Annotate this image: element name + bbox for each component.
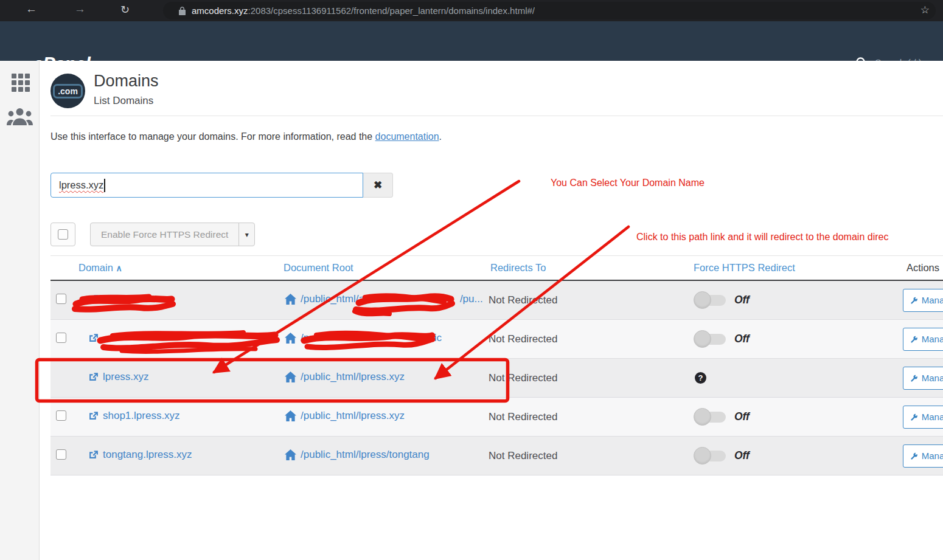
- docroot-path: /public_html/lpress.xyz: [301, 410, 405, 422]
- manage-label: Manage: [922, 334, 943, 344]
- redirects-value: Not Redirected: [489, 411, 557, 423]
- browser-toolbar: ← → ↻ amcoders.xyz:2083/cpsess1136911562…: [0, 0, 943, 21]
- domain-name: shop1.lpress.xyz: [103, 410, 180, 422]
- redirects-value: Not Redirected: [489, 333, 557, 345]
- docroot-link[interactable]: /public_html/lpress.xyz: [285, 410, 405, 422]
- redirects-value: Not Redirected: [489, 294, 557, 306]
- docroot-link[interactable]: /publlic: [285, 332, 442, 344]
- wrench-icon: [911, 451, 917, 461]
- https-dropdown-caret[interactable]: ▾: [238, 223, 255, 246]
- dotcom-badge: .com: [53, 84, 83, 99]
- manage-label: Manage: [922, 451, 943, 461]
- toggle-off-label: Off: [734, 333, 750, 345]
- lock-icon: [179, 7, 186, 15]
- sort-domain-header[interactable]: Domain ∧: [78, 262, 122, 273]
- domains-table: Domain ∧ Document Root Redirects To Forc…: [50, 255, 943, 475]
- sidebar: [0, 61, 40, 560]
- manage-label: Manage: [922, 412, 943, 422]
- manage-button[interactable]: Manage: [903, 406, 943, 429]
- manage-button[interactable]: Manage: [903, 328, 943, 351]
- text-cursor: [104, 179, 105, 192]
- browser-forward-icon[interactable]: →: [74, 2, 86, 16]
- domain-link[interactable]: [88, 294, 99, 304]
- sort-docroot-header[interactable]: Document Root: [284, 262, 353, 273]
- actions-header: Actions: [898, 262, 943, 274]
- sort-up-icon: ∧: [116, 263, 122, 273]
- home-icon: [285, 294, 296, 305]
- docroot-prefix: /public_html/a: [301, 293, 364, 305]
- address-bar[interactable]: amcoders.xyz:2083/cpsess1136911562/front…: [163, 2, 936, 19]
- domain-link[interactable]: [88, 333, 99, 343]
- clear-search-button[interactable]: ✖: [363, 173, 393, 198]
- wrench-icon: [911, 334, 917, 344]
- toggle-off-label: Off: [734, 449, 750, 462]
- url-path: :2083/cpsess1136911562/frontend/paper_la…: [248, 5, 535, 16]
- external-link-icon: [88, 294, 99, 304]
- browser-back-icon[interactable]: ←: [26, 2, 37, 16]
- wrench-icon: [911, 373, 917, 383]
- https-toggle[interactable]: [695, 295, 726, 306]
- table-row: /publlic Not Redirected Off Manage: [50, 320, 943, 359]
- page-title: Domains: [94, 72, 159, 91]
- users-icon[interactable]: [7, 107, 33, 125]
- domains-feature-icon: .com: [50, 74, 85, 108]
- sort-redirects-header[interactable]: Redirects To: [490, 262, 546, 273]
- home-icon: [285, 372, 296, 382]
- table-row: lpress.xyz /public_html/lpress.xyz Not R…: [50, 359, 943, 398]
- manage-button[interactable]: Manage: [903, 289, 943, 312]
- cpanel-header: cPanel Search ( / ): [0, 21, 943, 61]
- browser-reload-icon[interactable]: ↻: [120, 3, 130, 16]
- table-row: tongtang.lpress.xyz /public_html/lpress/…: [50, 437, 943, 475]
- docroot-link[interactable]: /public_html/lpress.xyz: [285, 371, 405, 383]
- row-checkbox[interactable]: [56, 294, 66, 304]
- manage-button[interactable]: Manage: [903, 444, 943, 468]
- https-toggle[interactable]: [695, 451, 726, 461]
- help-icon[interactable]: ?: [695, 372, 706, 384]
- manage-label: Manage: [922, 295, 943, 305]
- external-link-icon: [88, 372, 99, 382]
- domain-link[interactable]: shop1.lpress.xyz: [88, 410, 180, 422]
- search-input-value: lpress.xyz: [59, 179, 103, 191]
- https-toggle[interactable]: [695, 412, 726, 423]
- bookmark-star-icon[interactable]: ☆: [920, 4, 930, 16]
- row-checkbox[interactable]: [56, 333, 66, 343]
- row-checkbox[interactable]: [56, 449, 66, 460]
- intro-suffix: .: [439, 131, 442, 142]
- home-icon: [285, 333, 296, 344]
- row-checkbox[interactable]: [56, 410, 66, 421]
- manage-button[interactable]: Manage: [903, 367, 943, 390]
- docroot-suffix: lic: [432, 332, 442, 344]
- domain-search-input[interactable]: lpress.xyz: [50, 173, 363, 198]
- domain-link[interactable]: tongtang.lpress.xyz: [88, 449, 192, 461]
- apps-grid-icon[interactable]: [12, 74, 30, 92]
- documentation-link[interactable]: documentation: [375, 131, 439, 142]
- intro-prefix: Use this interface to manage your domain…: [50, 131, 375, 142]
- url-text: amcoders.xyz:2083/cpsess1136911562/front…: [192, 5, 535, 16]
- external-link-icon: [88, 449, 99, 460]
- toggle-off-label: Off: [734, 294, 750, 306]
- enable-force-https-button[interactable]: Enable Force HTTPS Redirect: [90, 223, 239, 246]
- wrench-icon: [911, 412, 917, 422]
- redirects-value: Not Redirected: [489, 450, 557, 461]
- docroot-suffix: /pu...: [460, 293, 483, 305]
- select-all-box: [50, 223, 75, 246]
- home-icon: [285, 449, 296, 460]
- header-divider: [50, 116, 943, 116]
- sort-https-header[interactable]: Force HTTPS Redirect: [694, 262, 795, 273]
- docroot-link[interactable]: /public_html/lpress/tongtang: [285, 449, 430, 461]
- chevron-down-icon: ▾: [245, 230, 249, 239]
- redirects-value: Not Redirected: [489, 372, 557, 384]
- toggle-off-label: Off: [734, 410, 750, 423]
- docroot-path: /public_html/lpress.xyz: [301, 371, 405, 383]
- table-row: /public_html/a/pu... Not Redirected Off …: [50, 281, 943, 320]
- domain-link[interactable]: lpress.xyz: [88, 371, 149, 383]
- wrench-icon: [911, 296, 917, 305]
- intro-text: Use this interface to manage your domain…: [50, 131, 442, 142]
- https-toggle[interactable]: [695, 334, 726, 345]
- manage-label: Manage: [922, 373, 943, 383]
- docroot-path: /public_html/lpress/tongtang: [301, 449, 430, 461]
- domain-name: tongtang.lpress.xyz: [103, 449, 192, 461]
- docroot-link[interactable]: /public_html/a/pu...: [285, 293, 483, 305]
- select-all-checkbox[interactable]: [58, 229, 68, 240]
- table-row: shop1.lpress.xyz /public_html/lpress.xyz…: [50, 398, 943, 437]
